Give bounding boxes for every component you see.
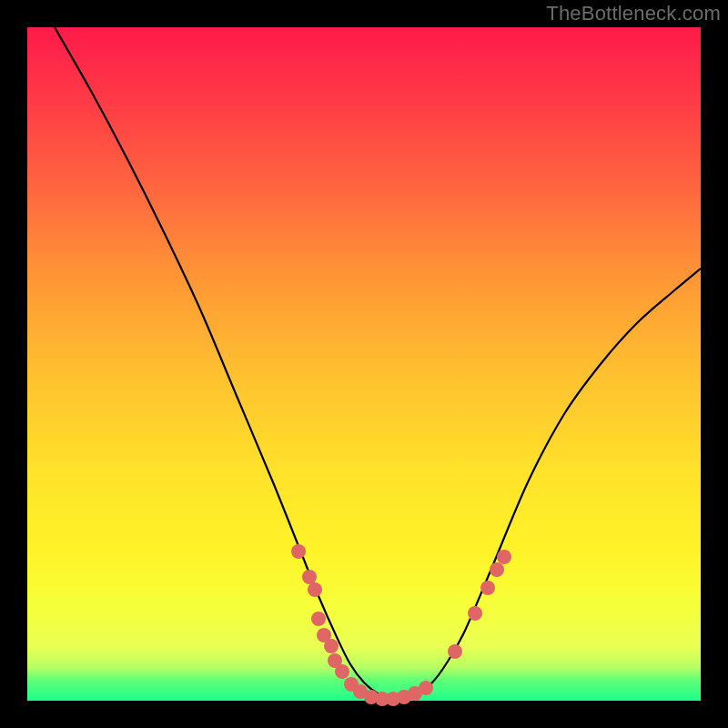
bottleneck-curve <box>55 27 701 700</box>
data-marker <box>335 664 349 679</box>
data-marker <box>497 550 511 564</box>
watermark-text: TheBottleneck.com <box>546 2 721 25</box>
data-marker <box>419 681 433 695</box>
data-marker <box>324 639 339 653</box>
data-marker <box>308 582 322 597</box>
data-marker <box>302 570 317 584</box>
data-marker <box>480 581 495 595</box>
plot-area <box>27 27 701 701</box>
data-marker <box>291 544 306 559</box>
marker-group <box>291 544 511 706</box>
data-marker <box>490 562 504 577</box>
data-marker <box>448 644 462 659</box>
data-marker <box>468 606 482 621</box>
curve-svg <box>27 27 701 701</box>
chart-frame: TheBottleneck.com <box>0 0 728 728</box>
data-marker <box>311 612 326 626</box>
